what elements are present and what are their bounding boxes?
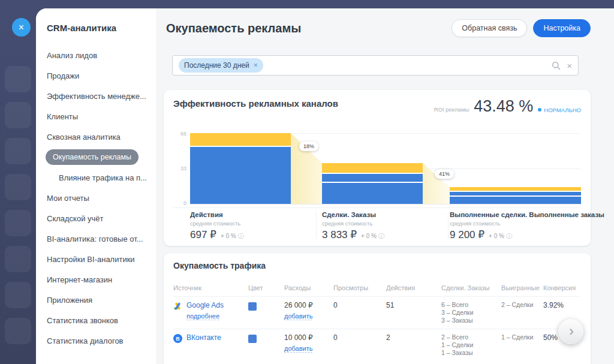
divider — [316, 212, 317, 239]
add-spend-link[interactable]: добавить — [284, 312, 312, 320]
channel-color-swatch — [248, 335, 257, 343]
sidebar-item-my-reports[interactable]: Мои отчеты — [47, 188, 156, 208]
sidebar-item-warehouse[interactable]: Складской учёт — [47, 208, 156, 228]
funnel-segment-google — [322, 183, 423, 204]
sidebar-item-dialog-stats[interactable]: Статистика диалогов — [47, 330, 156, 351]
sidebar-item-leads-analysis[interactable]: Анализ лидов — [47, 45, 156, 65]
sidebar-item-traffic-influence[interactable]: Влияние трафика на п... — [47, 167, 156, 188]
filter-search-bar[interactable]: Последние 30 дней × × — [172, 55, 579, 76]
filter-tag[interactable]: Последние 30 дней × — [179, 58, 263, 73]
funnel-stage-1-column[interactable] — [190, 133, 291, 204]
funnel-segment-google — [450, 192, 581, 195]
avg-cost-value: 697 ₽ — [190, 228, 216, 241]
table-header-row: Источник Цвет Расходы Просмотры Действия… — [164, 284, 591, 296]
views-value: 0 — [333, 333, 386, 357]
settings-button[interactable]: Настройка — [533, 19, 591, 37]
background-app-icon — [5, 318, 31, 344]
panel-close-button[interactable]: × — [12, 18, 31, 37]
chevron-right-icon: › — [569, 323, 574, 339]
actions-value: 2 — [386, 333, 441, 357]
stage-stat-actions: Действия средняя стоимость 697 ₽ + 0 % ⓘ — [190, 211, 244, 241]
feedback-button[interactable]: Обратная связь — [452, 19, 527, 37]
funnel-chart: 66 33 0 — [173, 133, 581, 204]
spend-value: 10 000 ₽ — [284, 333, 333, 342]
won-cell: 1 – Сделки — [501, 333, 543, 357]
divider — [448, 212, 449, 239]
sidebar-item-end-to-end-analytics[interactable]: Сквозная аналитика — [47, 127, 156, 147]
details-link[interactable]: подробнее — [186, 312, 219, 320]
avg-cost-value: 3 833 ₽ — [322, 228, 357, 241]
funnel-bars: 18% 41% — [190, 133, 581, 204]
source-link[interactable]: ВКонтакте — [186, 333, 221, 342]
sidebar-item-manager-efficiency[interactable]: Эффективность менедже... — [47, 86, 156, 106]
source-link[interactable]: Google Ads — [186, 301, 224, 309]
roi-status-text: НОРМАЛЬНО — [544, 107, 581, 113]
filter-tag-remove-icon[interactable]: × — [254, 61, 258, 70]
gridline — [190, 204, 581, 204]
google-ads-icon — [173, 302, 182, 311]
funnel-segment-google — [322, 174, 423, 182]
sidebar-title: CRM-аналитика — [47, 23, 156, 33]
traffic-card-title: Окупаемость трафика — [173, 261, 266, 270]
funnel-segment-vk — [322, 163, 423, 173]
search-icon[interactable] — [552, 61, 561, 70]
status-dot-icon — [538, 108, 541, 112]
roi-value: 43.48 % — [474, 97, 533, 116]
info-icon[interactable]: ⓘ — [378, 232, 384, 240]
filter-clear-icon[interactable]: × — [567, 61, 572, 71]
conversion-bubble-1: 18% — [299, 142, 318, 151]
sidebar-item-ad-payback[interactable]: Окупаемость рекламы — [47, 147, 156, 167]
sidebar-menu: Анализ лидов Продажи Эффективность менед… — [47, 45, 156, 351]
background-app-icon — [5, 282, 31, 308]
delta-value: + 0 % — [361, 233, 377, 239]
add-spend-link[interactable]: добавить — [284, 345, 312, 353]
background-app-icon — [5, 246, 31, 272]
main-content: Окупаемость рекламы Обратная связь Настр… — [156, 8, 614, 364]
column-header: Конверсия — [543, 284, 581, 296]
traffic-card: Окупаемость трафика Источник Цвет Расход… — [164, 253, 591, 364]
vkontakte-icon: В — [173, 334, 182, 343]
column-header: Просмотры — [333, 284, 386, 296]
background-app-icon — [5, 102, 31, 128]
sidebar-item-apps[interactable]: Приложения — [47, 290, 156, 310]
slider-panel: CRM-аналитика Анализ лидов Продажи Эффек… — [36, 8, 614, 364]
column-header: Цвет — [248, 284, 284, 296]
funnel-segment-vk — [190, 133, 291, 146]
sidebar: CRM-аналитика Анализ лидов Продажи Эффек… — [36, 8, 156, 364]
roi-label: ROI рекламы — [434, 106, 469, 113]
funnel-segment-google — [450, 197, 581, 204]
sidebar-item-bi-ready-reports[interactable]: BI-аналитика: готовые от... — [47, 228, 156, 249]
sidebar-item-bi-settings[interactable]: Настройки BI-аналитики — [47, 249, 156, 269]
background-app-icon — [5, 138, 31, 164]
funnel-stage-3-column[interactable] — [450, 133, 581, 204]
delta-value: + 0 % — [489, 233, 504, 239]
table-row-vkontakte: В ВКонтакте 10 000 ₽ добавить 0 2 2 – Вс… — [164, 329, 591, 361]
funnel-segment-google — [190, 147, 291, 204]
sidebar-item-online-store[interactable]: Интернет-магазин — [47, 269, 156, 290]
sidebar-item-sales[interactable]: Продажи — [47, 65, 156, 86]
y-axis-tick: 33 — [173, 166, 186, 172]
filter-tag-label: Последние 30 дней — [184, 61, 249, 70]
funnel-card: Эффективность рекламных каналов ROI рекл… — [164, 90, 591, 246]
column-header: Выигранные — [501, 284, 543, 296]
sidebar-item-call-stats[interactable]: Статистика звонков — [47, 310, 156, 330]
page-header: Окупаемость рекламы Обратная связь Настр… — [156, 8, 614, 37]
info-icon[interactable]: ⓘ — [238, 232, 244, 240]
deals-cell: 6 – Всего 3 – Сделки 3 – Заказы — [441, 301, 501, 324]
stage-stat-deals: Сделки. Заказы средняя стоимость 3 833 ₽… — [322, 211, 384, 241]
info-icon[interactable]: ⓘ — [506, 232, 512, 240]
sidebar-item-clients[interactable]: Клиенты — [47, 106, 156, 127]
background-app-icon — [5, 210, 31, 236]
funnel-stats-row: Действия средняя стоимость 697 ₽ + 0 % ⓘ… — [173, 211, 581, 241]
funnel-card-title: Эффективность рекламных каналов — [173, 98, 338, 109]
funnel-stage-2-column[interactable] — [322, 133, 423, 204]
conversion-bubble-2: 41% — [435, 169, 454, 179]
stage-stat-won-deals: Выполненные сделки. Выполненные заказы с… — [450, 211, 604, 241]
page-title: Окупаемость рекламы — [166, 22, 452, 35]
deals-cell: 2 – Всего 1 – Сделки 1 – Заказы — [441, 333, 501, 357]
roi-cluster: ROI рекламы 43.48 % НОРМАЛЬНО — [434, 97, 581, 116]
channel-color-swatch — [248, 302, 257, 311]
funnel-segment-vk — [450, 187, 581, 191]
won-cell: 2 – Сделки — [501, 301, 543, 324]
table-scroll-next-button[interactable]: › — [558, 319, 583, 344]
